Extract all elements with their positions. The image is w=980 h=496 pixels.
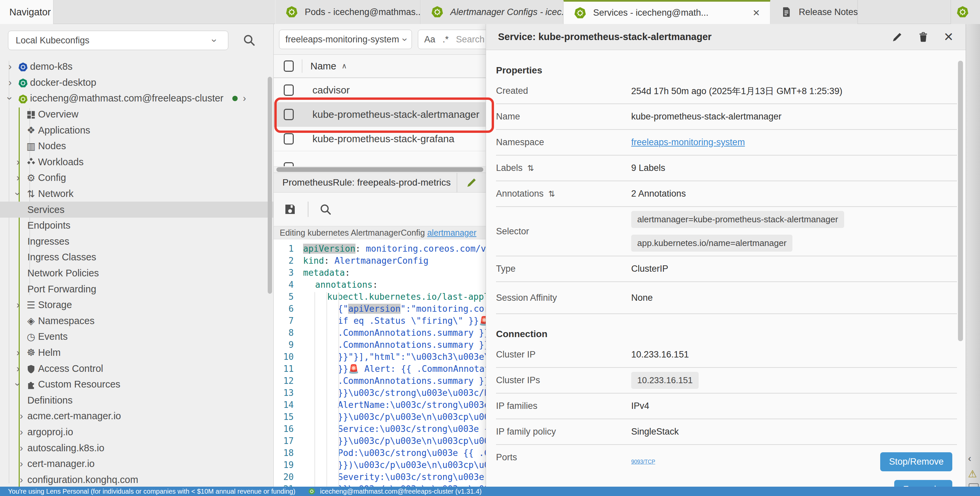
sidebar-item-docker-desktop[interactable]: › docker-desktop bbox=[0, 75, 274, 91]
column-header-name[interactable]: Name bbox=[310, 61, 336, 72]
sidebar-item-namespaces[interactable]: ◈ Namespaces bbox=[0, 313, 274, 329]
tree-label: configuration.konghq.com bbox=[27, 474, 138, 485]
table-row-alertmanager[interactable]: kube-prometheus-stack-alertmanager bbox=[274, 102, 486, 127]
sidebar-item-nodes[interactable]: ▥ Nodes bbox=[0, 138, 274, 154]
code-line: 4annotations: bbox=[274, 279, 486, 291]
sidebar-item-acme-cert-manager-io[interactable]: › acme.cert-manager.io bbox=[0, 408, 274, 424]
edit-icon[interactable] bbox=[891, 31, 903, 43]
chevron-right-icon[interactable]: › bbox=[4, 61, 16, 72]
chevron-right-icon[interactable]: › bbox=[15, 410, 27, 421]
sidebar-item-network-policies[interactable]: Network Policies bbox=[0, 265, 274, 281]
chevron-right-icon[interactable]: › bbox=[15, 426, 27, 437]
horizontal-scrollbar[interactable] bbox=[274, 167, 486, 173]
property-row-annotations: Annotations⇅ 2 Annotations bbox=[496, 181, 957, 207]
regex-toggle[interactable]: .* bbox=[442, 34, 449, 45]
tab-partial[interactable] bbox=[951, 0, 980, 24]
sidebar-item-custom-resources[interactable]: › Custom Resources bbox=[0, 377, 274, 393]
sidebar-item-configuration-konghq-com[interactable]: › configuration.konghq.com bbox=[0, 472, 274, 486]
chevron-right-icon[interactable]: › bbox=[12, 172, 24, 183]
chevron-right-icon[interactable]: › bbox=[12, 347, 24, 358]
sidebar-item-endpoints[interactable]: Endpoints bbox=[0, 218, 274, 234]
row-checkbox[interactable] bbox=[284, 84, 294, 96]
sidebar-scrollbar[interactable] bbox=[268, 77, 272, 294]
sidebar-item-workloads[interactable]: › Workloads bbox=[0, 154, 274, 170]
sidebar-item-ingresses[interactable]: Ingresses bbox=[0, 234, 274, 250]
chevron-expanded-icon[interactable]: › bbox=[4, 93, 16, 104]
sidebar-item-config[interactable]: › ⚙ Config bbox=[0, 170, 274, 186]
chevron-right-icon[interactable]: › bbox=[4, 77, 16, 88]
breadcrumb-link[interactable]: alertmanager bbox=[427, 228, 476, 238]
chevron-expanded-icon[interactable]: › bbox=[12, 188, 24, 199]
forward-button[interactable]: Forward... bbox=[894, 480, 952, 486]
sidebar-item-services[interactable]: Services bbox=[0, 202, 274, 218]
sidebar-item-cert-manager-io[interactable]: › cert-manager.io bbox=[0, 456, 274, 472]
kubeconfig-selector[interactable]: Local Kubeconfigs › bbox=[8, 31, 228, 50]
cluster-context-text[interactable]: icecheng@mathmast.com@freeleaps-cluster … bbox=[320, 488, 482, 495]
select-all-checkbox[interactable] bbox=[284, 60, 294, 72]
table-row-clipped[interactable]: kube-prometheus-stack-... bbox=[274, 151, 486, 167]
sidebar-item-access-control[interactable]: › Access Control bbox=[0, 361, 274, 377]
chevron-right-icon[interactable]: › bbox=[12, 363, 24, 374]
sidebar-item-definitions[interactable]: Definitions bbox=[0, 392, 274, 408]
tab-release-notes[interactable]: Release Notes bbox=[770, 0, 858, 24]
panel-scrollbar[interactable] bbox=[958, 61, 963, 341]
scrollbar-thumb[interactable] bbox=[276, 167, 483, 172]
row-checkbox[interactable] bbox=[284, 109, 294, 120]
namespace-link[interactable]: freeleaps-monitoring-system bbox=[631, 137, 745, 148]
chevron-right-icon[interactable]: › bbox=[15, 458, 27, 469]
sidebar-item-demo-k8s[interactable]: › demo-k8s bbox=[0, 59, 274, 75]
port-link-9093[interactable]: 9093/TCP bbox=[631, 459, 655, 465]
chevron-right-icon[interactable]: › bbox=[12, 157, 24, 168]
workloads-icon bbox=[24, 157, 38, 168]
tree-label: Port Forwarding bbox=[27, 284, 96, 295]
sort-asc-icon[interactable]: ∧ bbox=[342, 62, 347, 70]
warning-icon[interactable]: ⚠ bbox=[968, 468, 977, 480]
edit-icon[interactable] bbox=[466, 177, 477, 188]
row-checkbox[interactable] bbox=[284, 133, 294, 145]
expand-toggle-icon[interactable]: ⇅ bbox=[527, 164, 534, 173]
sidebar-item-ingress-classes[interactable]: Ingress Classes bbox=[0, 250, 274, 265]
collapse-icon[interactable]: ‹ bbox=[968, 453, 971, 464]
tree-label: Applications bbox=[38, 125, 90, 136]
search-icon[interactable] bbox=[319, 203, 332, 216]
namespace-selector[interactable]: freeleaps-monitoring-system › bbox=[279, 30, 412, 49]
tab-pods[interactable]: Pods - icecheng@mathmas... bbox=[275, 0, 421, 24]
close-icon[interactable]: ✕ bbox=[752, 8, 760, 18]
sidebar-item-overview[interactable]: Overview bbox=[0, 107, 274, 122]
chevron-right-icon[interactable]: › bbox=[12, 299, 24, 310]
sidebar-item-network[interactable]: › ⇅ Network bbox=[0, 186, 274, 202]
sidebar-item-autoscaling-k8s-io[interactable]: › autoscaling.k8s.io bbox=[0, 440, 274, 456]
yaml-editor[interactable]: 1apiVersion: monitoring.coreos.com/v1 2k… bbox=[274, 239, 486, 486]
sidebar-item-helm[interactable]: › ☸ Helm bbox=[0, 345, 274, 361]
prometheusrule-editor-bar[interactable]: PrometheusRule: freepeals-prod-metrics bbox=[274, 173, 486, 192]
expand-toggle-icon[interactable]: ⇅ bbox=[549, 189, 555, 199]
cluster-tree: › demo-k8s › docker-desktop › icecheng@m… bbox=[0, 59, 274, 486]
sidebar-item-storage[interactable]: › ☰ Storage bbox=[0, 297, 274, 313]
chevron-right-icon[interactable]: › bbox=[243, 93, 247, 104]
tab-alertmanager-configs[interactable]: Alertmanager Configs - icec... bbox=[421, 0, 563, 24]
match-case-toggle[interactable]: Aa bbox=[424, 34, 435, 45]
search-input[interactable]: Aa .* Search bbox=[418, 30, 486, 49]
row-checkbox[interactable] bbox=[284, 162, 294, 167]
sidebar-item-port-forwarding[interactable]: Port Forwarding bbox=[0, 281, 274, 297]
chevron-right-icon[interactable]: › bbox=[15, 474, 27, 485]
search-icon[interactable] bbox=[242, 33, 256, 47]
table-row-cadvisor[interactable]: cadvisor bbox=[274, 78, 486, 102]
tab-services[interactable]: Services - icecheng@math... ✕ bbox=[563, 0, 770, 24]
close-icon[interactable]: ✕ bbox=[943, 30, 954, 44]
license-text[interactable]: You're using Lens Personal (for individu… bbox=[8, 488, 295, 495]
sidebar-item-applications[interactable]: ❖ Applications bbox=[0, 122, 274, 138]
sidebar-item-events[interactable]: ◷ Events bbox=[0, 329, 274, 345]
chevron-expanded-icon[interactable]: › bbox=[12, 379, 24, 390]
stop-remove-button[interactable]: Stop/Remove bbox=[880, 452, 952, 471]
cluster-ip-badge: 10.233.16.151 bbox=[631, 372, 698, 389]
section-heading-properties: Properties bbox=[496, 65, 966, 76]
navigator-panel-tab[interactable]: Navigator bbox=[0, 0, 53, 24]
chevron-right-icon[interactable]: › bbox=[15, 443, 27, 454]
sidebar-item-argoproj-io[interactable]: › argoproj.io bbox=[0, 424, 274, 440]
table-row-grafana[interactable]: kube-prometheus-stack-grafana bbox=[274, 127, 486, 151]
delete-icon[interactable] bbox=[918, 31, 929, 43]
sidebar-item-freeleaps-cluster[interactable]: › icecheng@mathmast.com@freeleaps-cluste… bbox=[0, 91, 274, 107]
save-icon[interactable] bbox=[283, 202, 297, 216]
property-row-type: Type ClusterIP bbox=[496, 256, 957, 282]
